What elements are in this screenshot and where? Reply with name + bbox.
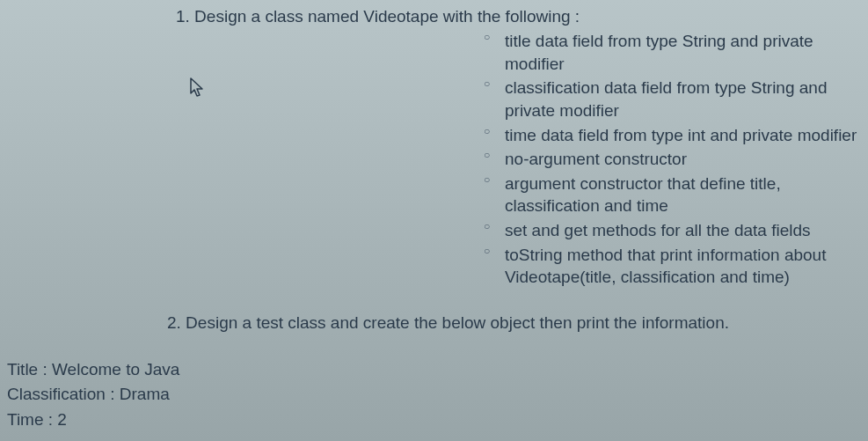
- sample-object-info: Title : Welcome to Java Classification :…: [7, 357, 179, 433]
- question-1-heading: 1. Design a class named Videotape with t…: [176, 7, 868, 26]
- list-item: set and get methods for all the data fie…: [484, 219, 868, 242]
- object-classification-line: Classification : Drama: [7, 382, 179, 408]
- list-item: argument constructor that define title, …: [484, 173, 868, 217]
- list-item: no-argument constructor: [484, 148, 868, 171]
- question-2-heading: 2. Design a test class and create the be…: [167, 313, 868, 333]
- list-item: classification data field from type Stri…: [484, 77, 868, 121]
- list-item: toString method that print information a…: [484, 244, 868, 289]
- list-item: time data field from type int and privat…: [484, 124, 868, 147]
- object-title-line: Title : Welcome to Java: [7, 357, 179, 383]
- object-time-line: Time : 2: [7, 408, 179, 433]
- document-body: 1. Design a class named Videotape with t…: [0, 0, 868, 333]
- cursor-icon: [190, 77, 206, 99]
- question-1-requirements: title data field from type String and pr…: [484, 30, 868, 289]
- list-item: title data field from type String and pr…: [484, 30, 868, 75]
